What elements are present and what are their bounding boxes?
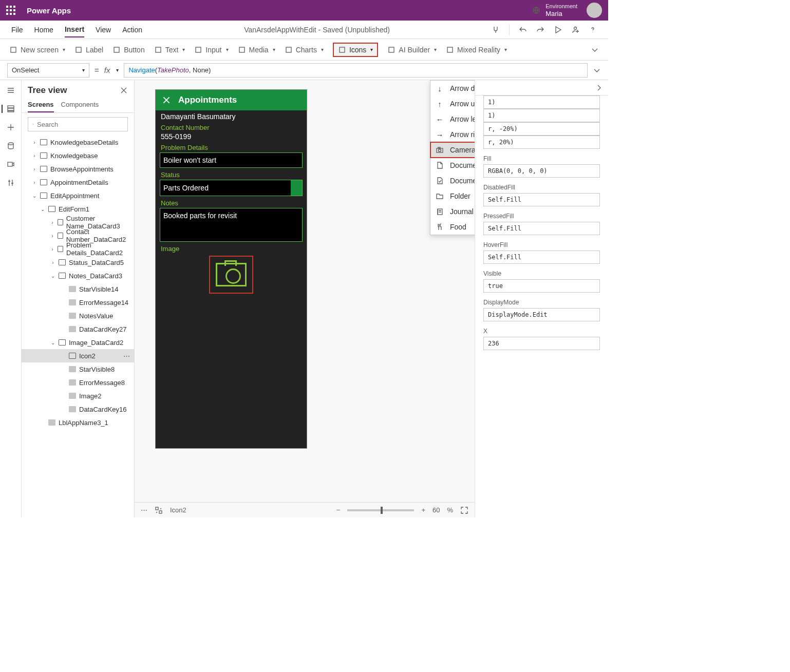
prop-value[interactable]: r, 20%) [483, 136, 600, 149]
selection-name[interactable]: Icon2 [170, 506, 186, 514]
ribbon-label[interactable]: Label [74, 46, 103, 54]
tree-node-lblappname3-1[interactable]: LblAppName3_1 [22, 416, 134, 429]
prop-value[interactable]: r, -20%) [483, 122, 600, 136]
icon-menu-camera[interactable]: Camera [430, 142, 475, 158]
ribbon-text[interactable]: Text▾ [154, 46, 185, 54]
menu-view[interactable]: View [96, 23, 111, 37]
dropdown-button[interactable] [291, 180, 302, 196]
prop-value[interactable]: true [483, 279, 600, 293]
tree-node-appointmentdetails[interactable]: ›AppointmentDetails [22, 176, 134, 189]
waffle-icon[interactable] [6, 6, 15, 15]
tree-node-errormessage8[interactable]: ErrorMessage8 [22, 376, 134, 389]
menu-home[interactable]: Home [34, 23, 53, 37]
status-dropdown[interactable]: Parts Ordered [160, 180, 303, 196]
ribbon-ai-builder[interactable]: AI Builder▾ [387, 46, 437, 54]
icon-menu-arrow-up[interactable]: ↑Arrow up [430, 96, 475, 111]
media-icon[interactable] [7, 160, 15, 168]
prop-value[interactable]: DisplayMode.Edit [483, 308, 600, 321]
tree-node-problem-details-datacard2[interactable]: ›Problem Details_DataCard2 [22, 242, 134, 256]
prop-value[interactable]: RGBA(0, 0, 0, 0) [483, 164, 600, 178]
tools-icon[interactable] [7, 179, 15, 187]
icon-menu-folder[interactable]: Folder [430, 188, 475, 204]
environment-picker[interactable]: Environment Maria [532, 3, 577, 18]
tree-node-editform1[interactable]: ⌄EditForm1 [22, 202, 134, 216]
ribbon-mixed-reality[interactable]: Mixed Reality▾ [446, 46, 507, 54]
tree-node-status-datacard5[interactable]: ›Status_DataCard5 [22, 256, 134, 269]
more-icon[interactable]: ⋯ [141, 506, 147, 514]
icon-menu-journal[interactable]: Journal [430, 204, 475, 219]
tab-screens[interactable]: Screens [28, 98, 54, 112]
prop-value[interactable]: Self.Fill [483, 251, 600, 264]
redo-icon[interactable] [536, 26, 544, 34]
tree-node-icon2[interactable]: Icon2⋯ [22, 349, 134, 362]
tree-node-image2[interactable]: Image2 [22, 389, 134, 402]
app-checker-icon[interactable] [492, 26, 500, 34]
ribbon-new-screen[interactable]: New screen▾ [9, 46, 65, 54]
close-icon[interactable] [162, 95, 171, 105]
ribbon-input[interactable]: Input▾ [194, 46, 228, 54]
device-canvas[interactable]: Appointments Damayanti Basumatary Contac… [155, 89, 307, 449]
camera-icon-control[interactable] [209, 256, 253, 294]
contact-value: 555-0199 [161, 132, 302, 141]
tree-node-errormessage14[interactable]: ErrorMessage14 [22, 296, 134, 309]
menu-file[interactable]: File [11, 23, 23, 37]
icon-menu-document[interactable]: Document [430, 158, 475, 173]
add-icon[interactable] [7, 123, 15, 131]
prop-value[interactable]: Self.Fill [483, 193, 600, 206]
tree-node-starvisible14[interactable]: StarVisible14 [22, 282, 134, 296]
prop-value[interactable]: Self.Fill [483, 222, 600, 235]
menu-action[interactable]: Action [122, 23, 142, 37]
ribbon-icons[interactable]: Icons▾ [333, 43, 378, 57]
menu-insert[interactable]: Insert [65, 22, 84, 37]
ribbon-media[interactable]: Media▾ [238, 46, 275, 54]
expand-formula-icon[interactable] [593, 66, 601, 74]
problem-input[interactable]: Boiler won't start [160, 152, 303, 168]
tree-body[interactable]: ›KnowledgebaseDetails›Knowledgebase›Brow… [22, 136, 134, 517]
tree-node-knowledgebasedetails[interactable]: ›KnowledgebaseDetails [22, 136, 134, 149]
tree-node-customer-name-datacard3[interactable]: ›Customer Name_DataCard3 [22, 216, 134, 229]
tree-node-knowledgebase[interactable]: ›Knowledgebase [22, 149, 134, 162]
ribbon-charts[interactable]: Charts▾ [285, 46, 324, 54]
share-icon[interactable] [571, 26, 579, 34]
tab-components[interactable]: Components [61, 98, 99, 112]
tree-node-image-datacard2[interactable]: ⌄Image_DataCard2 [22, 336, 134, 349]
chevron-down-icon[interactable] [591, 46, 599, 54]
tree-node-datacardkey16[interactable]: DataCardKey16 [22, 402, 134, 416]
data-icon[interactable] [7, 142, 15, 150]
icon-menu-arrow-left[interactable]: ←Arrow left [430, 111, 475, 127]
tree-view-icon[interactable] [2, 105, 15, 113]
tree-node-notes-datacard3[interactable]: ⌄Notes_DataCard3 [22, 269, 134, 282]
ribbon-button[interactable]: Button [112, 46, 144, 54]
chevron-right-icon[interactable] [595, 84, 603, 92]
tree-node-contact-number-datacard2[interactable]: ›Contact Number_DataCard2 [22, 229, 134, 242]
tree-node-datacardkey27[interactable]: DataCardKey27 [22, 322, 134, 336]
search-input[interactable] [37, 121, 123, 128]
play-icon[interactable] [554, 26, 562, 34]
property-selector[interactable]: OnSelect▾ [7, 63, 89, 78]
tree-search[interactable] [28, 117, 128, 131]
help-icon[interactable] [589, 26, 597, 34]
notes-input[interactable]: Booked parts for revisit [160, 208, 303, 242]
icon-menu-arrow-down[interactable]: ↓Arrow down [430, 81, 475, 96]
prop-value[interactable]: 236 [483, 337, 600, 350]
prop-value[interactable]: 1) [483, 109, 600, 122]
tree-node-starvisible8[interactable]: StarVisible8 [22, 362, 134, 376]
tree-node-browseappointments[interactable]: ›BrowseAppointments [22, 162, 134, 176]
hamburger-icon[interactable] [7, 86, 15, 94]
tree-node-notesvalue[interactable]: NotesValue [22, 309, 134, 322]
close-tree-icon[interactable] [120, 86, 128, 94]
zoom-slider[interactable] [347, 509, 414, 511]
icon-menu-food[interactable]: Food [430, 219, 475, 235]
tree-node-editappointment[interactable]: ⌄EditAppointment [22, 189, 134, 202]
formula-input[interactable]: Navigate(TakePhoto, None) [124, 63, 588, 78]
zoom-in-button[interactable]: + [421, 506, 425, 514]
user-avatar[interactable] [587, 3, 602, 18]
svg-rect-14 [8, 111, 14, 112]
icon-menu-document-checkmark[interactable]: Document checkmark [430, 173, 475, 188]
icon-menu-arrow-right[interactable]: →Arrow right [430, 127, 475, 142]
fit-icon[interactable] [460, 506, 468, 514]
zoom-out-button[interactable]: − [336, 506, 341, 514]
svg-rect-12 [8, 106, 14, 108]
prop-value[interactable]: 1) [483, 95, 600, 109]
undo-icon[interactable] [519, 26, 527, 34]
